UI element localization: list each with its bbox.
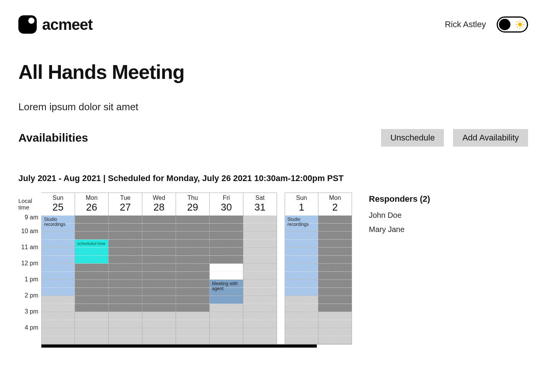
logo-icon — [18, 15, 37, 34]
day-column[interactable]: Studio recordings — [41, 216, 75, 344]
svg-line-6 — [522, 27, 523, 28]
brand-name: acmeet — [42, 16, 93, 33]
day-header[interactable]: Thu29 — [176, 193, 210, 216]
day-header[interactable]: Mon2 — [318, 193, 352, 216]
horizontal-scrollbar[interactable] — [41, 345, 317, 348]
day-header[interactable]: Tue27 — [109, 193, 142, 216]
brand[interactable]: acmeet — [18, 15, 93, 34]
unschedule-button[interactable]: Unschedule — [381, 129, 444, 147]
day-header[interactable]: Fri30 — [210, 193, 243, 216]
day-header[interactable]: Sat31 — [243, 193, 277, 216]
day-column[interactable]: Meeting with agent — [210, 216, 243, 344]
day-header[interactable]: Sun25 — [41, 193, 75, 216]
username[interactable]: Rick Astley — [445, 20, 486, 29]
time-label: 10 am — [18, 228, 41, 244]
responder-item[interactable]: Mary Jane — [369, 225, 430, 234]
time-label: 2 pm — [18, 292, 41, 308]
day-column[interactable] — [318, 216, 352, 344]
add-availability-button[interactable]: Add Availability — [453, 129, 528, 147]
schedule-summary: July 2021 - Aug 2021 | Scheduled for Mon… — [18, 173, 528, 183]
page-title: All Hands Meeting — [18, 60, 528, 83]
availability-grid[interactable]: Local time Sun25 Mon26 Tue27 Wed28 Thu29… — [18, 193, 352, 348]
day-column[interactable]: scheduled time — [75, 216, 109, 344]
time-column-header: Local time — [18, 193, 41, 216]
section-title: Availabilities — [18, 131, 88, 144]
time-label: 11 am — [18, 244, 41, 260]
theme-toggle[interactable] — [497, 16, 528, 33]
moon-icon — [499, 19, 510, 30]
svg-point-0 — [518, 23, 522, 26]
day-column[interactable] — [243, 216, 277, 344]
day-header[interactable]: Mon26 — [75, 193, 109, 216]
day-column[interactable] — [176, 216, 210, 344]
sun-icon — [515, 20, 525, 29]
svg-line-7 — [517, 27, 518, 28]
time-label: 1 pm — [18, 276, 41, 292]
day-header[interactable]: Wed28 — [142, 193, 176, 216]
svg-line-8 — [522, 21, 523, 22]
responder-item[interactable]: John Doe — [369, 211, 430, 220]
day-column[interactable] — [109, 216, 142, 344]
svg-line-5 — [517, 21, 518, 22]
time-label: 3 pm — [18, 308, 41, 324]
time-label: 12 pm — [18, 260, 41, 276]
responders-title: Responders (2) — [369, 194, 430, 204]
page-subtitle: Lorem ipsum dolor sit amet — [18, 101, 528, 113]
time-label: 4 pm — [18, 324, 41, 340]
day-column[interactable] — [142, 216, 176, 344]
day-header[interactable]: Sun1 — [285, 193, 318, 216]
day-column[interactable]: Studio recordings — [285, 216, 318, 344]
